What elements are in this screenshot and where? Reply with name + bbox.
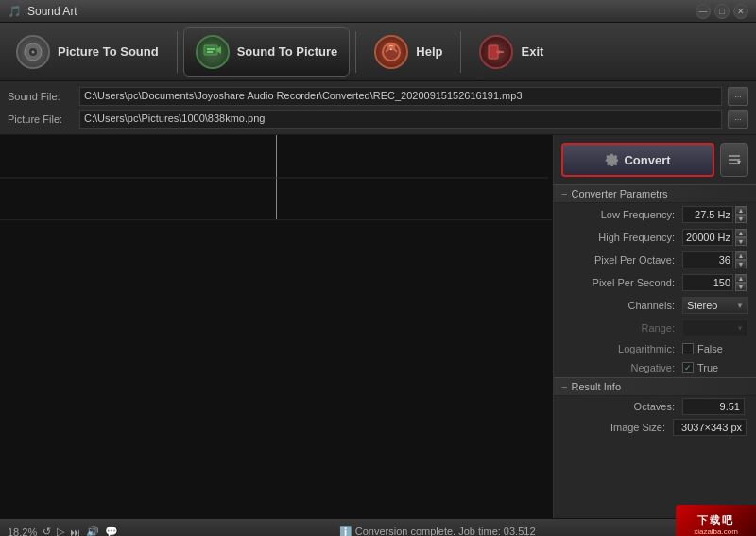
logarithmic-row: Logarithmic: False	[554, 339, 756, 358]
pixel-per-second-row: Pixel Per Second: ▲ ▼	[554, 271, 756, 294]
ppo-up[interactable]: ▲	[735, 251, 747, 260]
toolbar-exit[interactable]: Exit	[467, 27, 556, 77]
logarithmic-label: Logarithmic:	[561, 343, 682, 354]
status-text: Conversion complete. Job time: 03.512	[355, 526, 536, 536]
watermark-line2: xiazaiba.com	[694, 527, 738, 536]
window-title: 🎵 Sound Art	[8, 5, 77, 18]
toolbar-separator-1	[177, 31, 178, 73]
pixel-per-octave-row: Pixel Per Octave: ▲ ▼	[554, 249, 756, 271]
collapse-result-button[interactable]: −	[561, 381, 567, 392]
high-freq-down[interactable]: ▼	[735, 237, 747, 246]
status-icon: ℹ️	[339, 526, 352, 536]
maximize-button[interactable]: □	[714, 4, 730, 19]
pixel-per-octave-input[interactable]	[682, 251, 733, 268]
negative-text: True	[697, 362, 718, 373]
comment-icon[interactable]: 💬	[105, 526, 118, 536]
negative-row: Negative: True	[554, 358, 756, 377]
toolbar-help[interactable]: ? Help	[362, 27, 455, 77]
result-info-header: − Result Info	[554, 377, 756, 396]
range-select: ▼	[682, 320, 748, 337]
svg-point-2	[32, 50, 35, 53]
pixel-per-octave-label: Pixel Per Octave:	[561, 254, 682, 266]
high-freq-row: High Frequency: ▲ ▼	[554, 226, 756, 249]
pixel-per-second-label: Pixel Per Second:	[561, 277, 682, 288]
high-freq-up[interactable]: ▲	[735, 229, 747, 237]
high-freq-label: High Frequency:	[561, 232, 682, 243]
low-freq-row: Low Frequency: ▲ ▼	[554, 203, 756, 226]
converter-params-title: Converter Parametrs	[571, 188, 667, 199]
negative-label: Negative:	[561, 362, 682, 373]
range-label: Range:	[561, 322, 682, 334]
logarithmic-checkbox[interactable]	[682, 343, 694, 354]
toolbar-picture-to-sound-label: Picture To Sound	[58, 44, 159, 59]
volume-icon[interactable]: 🔊	[86, 526, 99, 536]
toolbar: Picture To Sound Sound To Picture ? Help	[0, 23, 756, 81]
picture-to-sound-icon	[16, 35, 50, 69]
help-icon: ?	[374, 35, 408, 69]
exit-icon	[479, 35, 513, 69]
close-button[interactable]: ✕	[733, 4, 748, 19]
pps-down[interactable]: ▼	[735, 283, 747, 291]
logarithmic-text: False	[697, 343, 723, 354]
collapse-converter-button[interactable]: −	[561, 188, 567, 199]
zoom-level: 18.2%	[8, 527, 37, 537]
toolbar-picture-to-sound[interactable]: Picture To Sound	[4, 27, 171, 77]
picture-file-label: Picture File:	[8, 113, 74, 125]
watermark-line1: 下载吧	[697, 513, 734, 527]
toolbar-sound-to-picture[interactable]: Sound To Picture	[183, 27, 351, 77]
play-icon[interactable]: ▷	[57, 526, 64, 536]
ppo-down[interactable]: ▼	[735, 260, 747, 268]
logarithmic-value: False	[682, 343, 748, 354]
low-freq-label: Low Frequency:	[561, 209, 682, 220]
sound-file-row: Sound File: C:\Users\pc\Documents\Joyosh…	[8, 85, 748, 108]
pixel-per-second-spinner: ▲ ▼	[735, 274, 747, 291]
minimize-button[interactable]: —	[696, 4, 711, 19]
low-freq-up[interactable]: ▲	[735, 206, 747, 215]
convert-button-row: Convert	[554, 135, 756, 184]
high-freq-input[interactable]	[682, 229, 733, 246]
skip-forward-icon[interactable]: ⏭	[70, 527, 80, 537]
image-size-value-display	[673, 419, 748, 436]
sound-browse-button[interactable]: ···	[728, 87, 748, 106]
range-dropdown-arrow: ▼	[736, 324, 744, 333]
picture-file-path: C:\Users\pc\Pictures\1000\838kmo.png	[79, 110, 722, 129]
watermark: 下载吧 xiazaiba.com	[676, 505, 756, 536]
low-freq-value: ▲ ▼	[682, 206, 748, 223]
image-size-row: Image Size:	[554, 417, 756, 438]
channels-label: Channels:	[561, 300, 682, 311]
image-size-input	[673, 419, 747, 436]
converter-params-header: − Converter Parametrs	[554, 184, 756, 203]
titlebar: 🎵 Sound Art — □ ✕	[0, 0, 756, 23]
image-size-label: Image Size:	[561, 422, 673, 433]
negative-checkbox[interactable]	[682, 362, 694, 373]
channels-select[interactable]: Stereo ▼	[682, 297, 748, 314]
octaves-value-display	[682, 398, 748, 415]
picture-browse-button[interactable]: ···	[728, 110, 748, 129]
channels-value: Stereo ▼	[682, 297, 748, 314]
status-left: 18.2% ↺ ▷ ⏭ 🔊 💬	[8, 526, 118, 536]
toolbar-separator-2	[355, 31, 356, 73]
waveform-display	[0, 135, 552, 220]
toolbar-exit-label: Exit	[521, 44, 543, 59]
app-icon: 🎵	[8, 5, 22, 18]
toolbar-sound-to-picture-label: Sound To Picture	[237, 44, 338, 59]
low-freq-down[interactable]: ▼	[735, 215, 747, 223]
octaves-row: Octaves:	[554, 396, 756, 417]
window-controls[interactable]: — □ ✕	[696, 4, 748, 19]
file-section: Sound File: C:\Users\pc\Documents\Joyosh…	[0, 81, 756, 135]
channels-selected: Stereo	[687, 300, 717, 311]
right-panel: Convert − Converter Parametrs Low Freque…	[553, 135, 756, 518]
high-freq-spinner: ▲ ▼	[735, 229, 747, 246]
convert-button[interactable]: Convert	[561, 143, 714, 177]
playback-icon[interactable]: ↺	[43, 526, 51, 536]
pixel-per-second-input[interactable]	[682, 274, 733, 291]
pps-up[interactable]: ▲	[735, 274, 747, 283]
settings-dropdown-button[interactable]	[720, 143, 748, 177]
sound-file-label: Sound File:	[8, 91, 74, 102]
low-freq-input[interactable]	[682, 206, 733, 223]
low-freq-spinner: ▲ ▼	[735, 206, 747, 223]
gear-icon	[605, 153, 618, 166]
result-info-title: Result Info	[571, 381, 621, 392]
statusbar: 18.2% ↺ ▷ ⏭ 🔊 💬 ℹ️ Conversion complete. …	[0, 518, 756, 536]
image-preview	[0, 220, 552, 518]
